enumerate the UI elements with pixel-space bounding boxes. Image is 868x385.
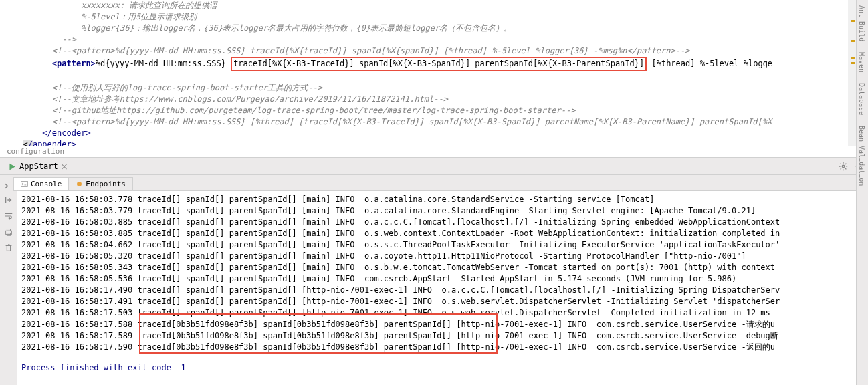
comment-line: <!--文章地址参考https://www.cnblogs.com/Purgey…	[13, 94, 448, 104]
comment-line: xxxxxxxx: 请求此查询所在的提供语	[13, 1, 217, 10]
log-line: 2021-08-16 16:58:03.885 traceId[] spanId…	[21, 228, 864, 239]
close-icon[interactable]	[61, 163, 68, 170]
warning-marker[interactable]	[851, 40, 855, 42]
editor-scrollbar[interactable]	[848, 0, 856, 146]
blank-line	[13, 71, 868, 82]
right-tool-tabs: Ant Build Maven Database Bean Validation	[856, 0, 868, 385]
endpoints-icon	[76, 180, 83, 188]
log-line: 2021-08-16 16:58:17.589 traceId[0b3b51fd…	[21, 330, 864, 342]
log-line: 2021-08-16 16:58:05.536 traceId[] spanId…	[21, 273, 864, 285]
log-line: 2021-08-16 16:58:17.490 traceId[] spanId…	[21, 285, 864, 296]
run-tab-label: AppStart	[19, 162, 58, 171]
log-line: 2021-08-16 16:58:03.778 traceId[] spanId…	[21, 194, 864, 205]
log-line: 2021-08-16 16:58:05.343 traceId[] spanId…	[21, 262, 864, 273]
console-output[interactable]: 2021-08-16 16:58:03.778 traceId[] spanId…	[17, 191, 868, 385]
comment-line: -->	[13, 35, 76, 44]
process-exit-line: Process finished with exit code -1	[21, 362, 864, 374]
tab-ant[interactable]: Ant Build	[857, 0, 867, 47]
tab-bean-validation[interactable]: Bean Validation	[857, 120, 867, 191]
svg-point-1	[842, 165, 845, 168]
svg-rect-3	[21, 181, 28, 186]
close-tag: </encoder>	[13, 128, 868, 139]
console-icon	[21, 180, 28, 188]
log-line: 2021-08-16 16:58:17.491 traceId[] spanId…	[21, 296, 864, 307]
log-line: 2021-08-16 16:58:05.320 traceId[] spanId…	[21, 251, 864, 262]
tab-database[interactable]: Database	[857, 78, 867, 120]
log-line: 2021-08-16 16:58:03.885 traceId[] spanId…	[21, 217, 864, 228]
code-editor[interactable]: xxxxxxxx: 请求此查询所在的提供语 %-5level：用5位显示请求级别…	[0, 0, 868, 146]
comment-line: %-5level：用5位显示请求级别	[13, 12, 197, 21]
run-icon	[8, 162, 17, 171]
trash-icon[interactable]	[4, 243, 13, 253]
breadcrumb[interactable]: configuration	[0, 146, 868, 158]
run-tab-appstart[interactable]: AppStart	[4, 160, 72, 172]
print-icon[interactable]	[4, 227, 13, 237]
warning-marker[interactable]	[851, 62, 855, 64]
run-tab-bar: AppStart	[0, 158, 868, 175]
log-line: 2021-08-16 16:58:17.590 traceId[0b3b51fd…	[21, 342, 864, 353]
comment-line: <!--github地址https://github.com/purgeteam…	[13, 106, 575, 115]
scroll-end-icon[interactable]	[4, 195, 13, 205]
log-line: 2021-08-16 16:58:17.588 traceId[0b3b51fd…	[21, 319, 864, 330]
svg-marker-0	[9, 163, 15, 170]
log-line: 2021-08-16 16:58:04.662 traceId[] spanId…	[21, 239, 864, 251]
console-gutter	[0, 191, 17, 385]
gear-icon[interactable]	[839, 162, 848, 171]
log-line: 2021-08-16 16:58:03.779 traceId[] spanId…	[21, 205, 864, 217]
comment-line: <!--<pattern>%d{yyyy-MM-dd HH:mm:ss.SSS}…	[13, 46, 689, 55]
comment-line: %logger{36}：输出logger名，{36}表示logger名最大占用的…	[13, 23, 512, 33]
highlighted-pattern: traceId[%X{X-B3-TraceId}] spanId[%X{X-B3…	[231, 57, 647, 71]
tab-console[interactable]: Console	[13, 177, 69, 190]
close-tag: </appender>	[13, 139, 868, 146]
pattern-line: <pattern>%d{yyyy-MM-dd HH:mm:ss.SSS} tra…	[13, 57, 868, 71]
comment-line: <!--使用别人写好的log-trace-spring-boot-starter…	[13, 83, 322, 92]
tab-endpoints[interactable]: Endpoints	[68, 177, 133, 190]
log-line: 2021-08-16 16:58:17.503 traceId[] spanId…	[21, 307, 864, 319]
warning-marker[interactable]	[851, 20, 855, 22]
wrap-icon[interactable]	[4, 211, 13, 221]
svg-point-4	[77, 182, 82, 186]
chevron-right-icon	[3, 182, 10, 190]
console-tabs: Console Endpoints	[0, 175, 868, 191]
tab-maven[interactable]: Maven	[857, 47, 867, 78]
console-expand-icon[interactable]	[0, 179, 13, 192]
comment-line: <!--<pattern>%d{yyyy-MM-dd HH:mm:ss.SSS}…	[13, 117, 772, 126]
svg-rect-6	[7, 229, 10, 231]
warning-marker[interactable]	[851, 57, 855, 59]
